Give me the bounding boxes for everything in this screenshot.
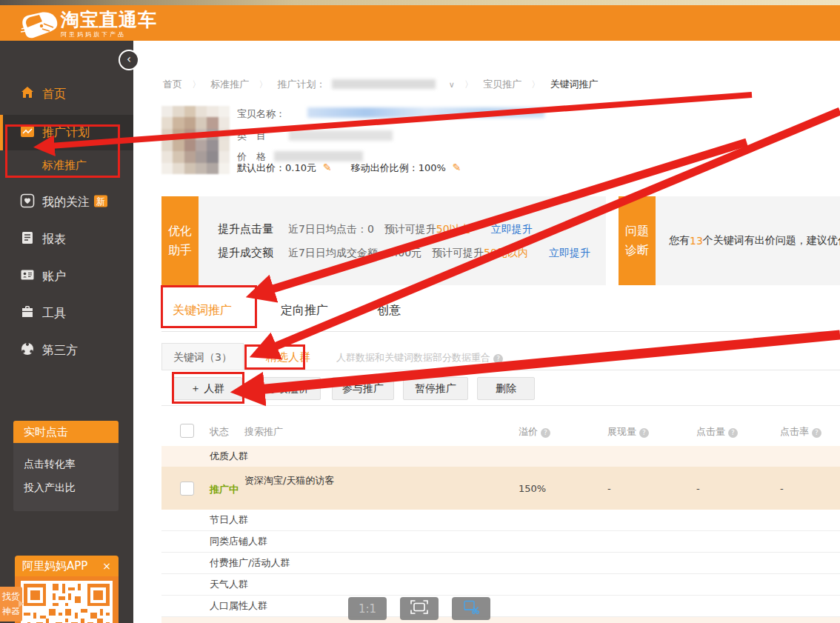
new-badge: 新: [94, 196, 107, 207]
product-name-redacted: [307, 107, 544, 118]
help-icon[interactable]: ?: [541, 428, 550, 438]
delete-button[interactable]: 删除: [477, 377, 535, 400]
ctr-value: -: [780, 483, 784, 494]
subtab-keywords[interactable]: 关键词（3）: [161, 343, 244, 370]
product-price-redacted: [274, 151, 363, 161]
tab-keyword-promo[interactable]: 关键词推广: [173, 303, 232, 319]
fullscreen-button[interactable]: [400, 597, 439, 620]
add-crowd-button[interactable]: ＋ 人群: [173, 377, 242, 400]
breadcrumb-home[interactable]: 首页: [163, 79, 182, 90]
optimizer-row-clicks: 提升点击量近7日日均点击：0预计可提升50以上立即提升: [218, 222, 606, 236]
home-icon: [19, 85, 36, 103]
pause-promo-button[interactable]: 暂停推广: [403, 377, 468, 400]
col-impressions: 展现量?: [607, 425, 649, 439]
realtime-clicks-panel: 点击转化率 投入产出比: [13, 443, 119, 511]
group-row-similar-shop-crowd[interactable]: 同类店铺人群: [161, 531, 840, 553]
app-subtitle: 阿里妈妈旗下产品: [61, 30, 157, 39]
sidebar-item-account[interactable]: 账户: [0, 260, 133, 293]
impressions-value: -: [607, 483, 611, 494]
sidebar-item-roi[interactable]: 投入产出比: [24, 482, 76, 495]
optimizer-tab: 优化 助手: [161, 196, 199, 285]
col-ctr: 点击率?: [780, 425, 821, 439]
boost-now-link[interactable]: 立即提升: [549, 247, 590, 259]
taobao-zhitongche-page: 淘宝直通车 阿里妈妈旗下产品 ‹ 首页 推广计划 标准推广 我: [0, 0, 840, 623]
breadcrumb-caret-icon[interactable]: ∨: [449, 80, 455, 90]
sidebar-item-campaigns[interactable]: 推广计划: [0, 115, 133, 150]
group-row-weather-crowd[interactable]: 天气人群: [161, 574, 840, 596]
sidebar-item-home[interactable]: 首页: [0, 78, 133, 110]
goods-finder-floater[interactable]: 找货 神器: [0, 587, 22, 622]
screenshot-crop-button[interactable]: [452, 597, 490, 620]
join-promo-button[interactable]: 参与推广: [332, 377, 394, 400]
diagnosis-panel: 问题 诊断 您有13个关键词有出价问题，建议优化。立即优化: [619, 196, 840, 285]
sidebar-item-click-conversion[interactable]: 点击转化率: [24, 458, 76, 471]
alimama-app-panel: [15, 576, 119, 623]
sub-tabs: 关键词（3） 精选人群 人群数据和关键词数据部分数据重合?: [161, 343, 840, 370]
account-icon: [19, 267, 36, 285]
crowd-name[interactable]: 资深淘宝/天猫的访客: [244, 474, 334, 487]
row-checkbox[interactable]: [180, 482, 194, 496]
sidebar-item-label: 首页: [42, 87, 66, 102]
boost-now-link[interactable]: 立即提升: [491, 223, 533, 235]
brand-block: 淘宝直通车 阿里妈妈旗下产品: [61, 10, 157, 39]
group-row-demographic-crowd[interactable]: 人口属性人群: [161, 596, 840, 617]
close-icon[interactable]: ×: [102, 556, 111, 576]
crowd-data-note: 人群数据和关键词数据部分数据重合?: [336, 344, 503, 371]
group-row-festival-crowd[interactable]: 节日人群: [161, 510, 840, 531]
optimizer-body: 提升点击量近7日日均点击：0预计可提升50以上立即提升 提升成交额近7日日均成交…: [199, 196, 606, 285]
help-icon[interactable]: ?: [493, 354, 503, 364]
breadcrumb-standard[interactable]: 标准推广: [210, 79, 249, 90]
qr-code: [21, 581, 113, 623]
crowd-table: 状态 搜索推广 溢价? 展现量? 点击量? 点击率? 优质人群 推广中 资深淘宝…: [161, 415, 840, 623]
tab-targeted-promo[interactable]: 定向推广: [281, 303, 328, 319]
mobile-ratio-label: 移动出价比例：: [351, 162, 419, 173]
product-category-label: 类 目: [237, 130, 266, 143]
sidebar-item-label: 报表: [42, 232, 66, 247]
alimama-app-title: 阿里妈妈APP: [22, 559, 87, 573]
goods-finder-line1: 找货: [0, 590, 22, 604]
edit-bid-icon[interactable]: ✎: [323, 161, 332, 173]
col-premium: 溢价?: [519, 425, 550, 439]
product-category-redacted: [289, 130, 393, 141]
breadcrumb-separator: 〉: [192, 79, 201, 90]
third-party-icon: [19, 342, 36, 359]
help-icon[interactable]: ?: [639, 428, 649, 438]
default-bid-value: 0.10元: [285, 162, 316, 173]
sidebar-item-label: 我的关注新: [42, 195, 107, 210]
sidebar-item-reports[interactable]: 报表: [0, 223, 133, 256]
breadcrumb-current: 关键词推广: [550, 79, 598, 90]
browser-top-strip: [0, 0, 840, 5]
help-icon[interactable]: ?: [812, 428, 821, 438]
bid-settings-line: 默认出价：0.10元✎移动出价比例：100%✎: [237, 161, 481, 175]
crowd-toolbar: ＋ 人群 修改溢价 参与推广 暂停推广 删除: [161, 374, 840, 406]
col-search-promo: 搜索推广: [244, 425, 283, 439]
clicks-value: -: [696, 483, 700, 494]
edit-mobile-ratio-icon[interactable]: ✎: [453, 161, 461, 173]
train-logo-icon[interactable]: [20, 8, 59, 44]
main-content: 首页 〉 标准推广 〉 推广计划： ∨ 〉 宝贝推广 〉 关键词推广: [133, 41, 840, 623]
subtab-selected-crowd[interactable]: 精选人群: [266, 344, 310, 370]
modify-premium-button[interactable]: 修改溢价: [256, 377, 321, 400]
fullscreen-icon: [410, 600, 428, 617]
tab-creative[interactable]: 创意: [377, 303, 401, 319]
group-row-premium-crowd[interactable]: 优质人群: [161, 446, 840, 467]
sidebar-item-third-party[interactable]: 第三方: [0, 334, 133, 367]
breadcrumb-separator: 〉: [531, 79, 540, 90]
help-icon[interactable]: ?: [728, 428, 738, 438]
crowd-data-row: 推广中 资深淘宝/天猫的访客 150% - - -: [161, 467, 840, 510]
breadcrumb-item-promo[interactable]: 宝贝推广: [483, 79, 521, 90]
sidebar-item-tools[interactable]: 工具: [0, 297, 133, 330]
status-badge: 推广中: [210, 483, 239, 496]
next-group-row-edge: [161, 617, 840, 623]
zoom-actual-size-button[interactable]: 1:1: [348, 597, 387, 620]
product-thumbnail: [161, 106, 230, 174]
select-all-checkbox[interactable]: [180, 424, 194, 438]
sidebar-item-standard-promo[interactable]: 标准推广: [0, 150, 133, 180]
optimizer-panel: 优化 助手 提升点击量近7日日均点击：0预计可提升50以上立即提升 提升成交额近…: [161, 196, 606, 285]
sidebar-item-follows[interactable]: 我的关注新: [0, 186, 133, 219]
optimizer-row-gmv: 提升成交额近7日日均成交金额：0.00元预计可提升50元以内立即提升: [218, 246, 606, 260]
sidebar-collapse-button[interactable]: ‹: [119, 50, 139, 70]
promo-tabs: 关键词推广 定向推广 创意: [161, 291, 840, 332]
group-row-paid-activity-crowd[interactable]: 付费推广/活动人群: [161, 553, 840, 574]
product-name-label: 宝贝名称：: [237, 107, 285, 121]
